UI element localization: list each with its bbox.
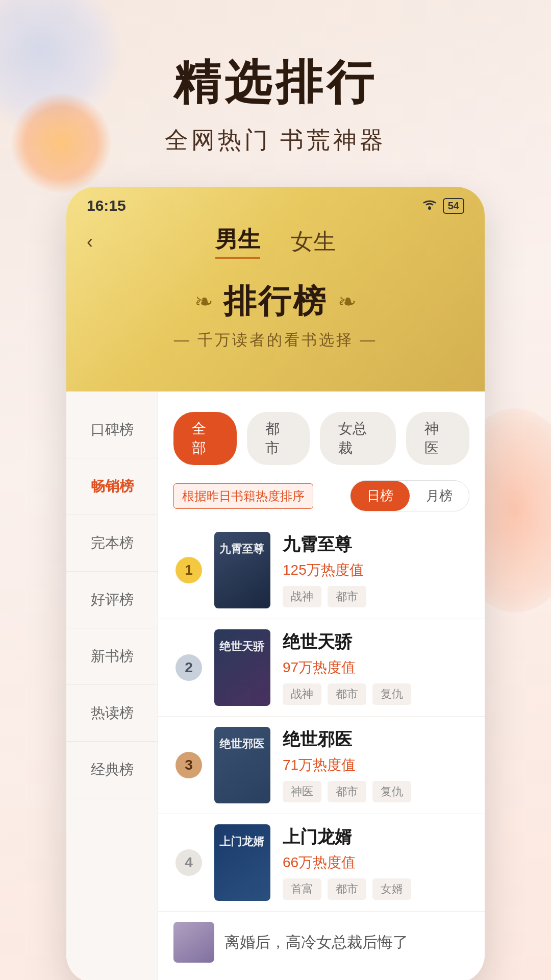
- book-item-3[interactable]: 3 绝世邪医 绝世邪医 71万热度值 神医 都市 复仇: [158, 717, 485, 814]
- book-tags-1: 战神 都市: [283, 586, 469, 607]
- rank-badge-1: 1: [173, 557, 204, 583]
- sort-label: 根据昨日书籍热度排序: [173, 483, 313, 509]
- tag-3-1: 神医: [283, 781, 321, 802]
- tag-4-3: 女婿: [372, 878, 411, 900]
- sidebar-item-complete[interactable]: 完本榜: [66, 515, 158, 572]
- book-title-4: 上门龙婿: [283, 825, 469, 849]
- main-content: 全部 都市 女总裁 神医 根据昨日书籍热度排序 日榜 月榜 1 九霄至尊: [158, 391, 485, 980]
- cover-text-3: 绝世邪医: [214, 727, 270, 762]
- hero-title: 精选排行: [0, 51, 551, 114]
- sidebar-item-bestseller[interactable]: 畅销榜: [66, 458, 158, 515]
- teaser-avatar: [173, 922, 214, 963]
- rank-badge-3: 3: [173, 752, 204, 778]
- tag-2-3: 复仇: [372, 683, 411, 705]
- date-tabs: 日榜 月榜: [350, 480, 469, 511]
- sort-row: 根据昨日书籍热度排序 日榜 月榜: [158, 475, 485, 522]
- tab-female[interactable]: 女生: [291, 227, 336, 257]
- hero-subtitle: 全网热门 书荒神器: [0, 125, 551, 156]
- sidebar-item-classic[interactable]: 经典榜: [66, 742, 158, 798]
- tab-monthly[interactable]: 月榜: [410, 481, 469, 511]
- sidebar-item-hot[interactable]: 热读榜: [66, 685, 158, 742]
- sidebar-item-reputation[interactable]: 口碑榜: [66, 402, 158, 458]
- tag-2-1: 战神: [283, 683, 321, 705]
- svg-point-0: [428, 207, 431, 210]
- bottom-teaser[interactable]: 离婚后，高冷女总裁后悔了: [158, 912, 485, 973]
- hero-section: 精选排行 全网热门 书荒神器: [0, 0, 551, 187]
- sidebar-item-rating[interactable]: 好评榜: [66, 572, 158, 628]
- chip-city[interactable]: 都市: [247, 412, 310, 465]
- book-item-4[interactable]: 4 上门龙婿 上门龙婿 66万热度值 首富 都市 女婿: [158, 814, 485, 912]
- teaser-text: 离婚后，高冷女总裁后悔了: [224, 932, 408, 953]
- medal-silver: 2: [176, 654, 202, 681]
- book-tags-4: 首富 都市 女婿: [283, 878, 469, 900]
- ranking-banner: ❧ 排行榜 ❧ — 千万读者的看书选择 —: [66, 264, 485, 371]
- chip-female-ceo[interactable]: 女总裁: [320, 412, 396, 465]
- book-info-2: 绝世天骄 97万热度值 战神 都市 复仇: [283, 630, 469, 705]
- medal-bronze: 3: [176, 752, 202, 778]
- ranking-title: 排行榜: [223, 279, 328, 324]
- tag-1-1: 战神: [283, 586, 321, 607]
- laurel-right-icon: ❧: [338, 288, 357, 314]
- phone-header: 16:15 54 ‹ 男生 女生: [66, 187, 485, 391]
- cover-text-2: 绝世天骄: [214, 629, 270, 665]
- tag-3-2: 都市: [328, 781, 366, 802]
- book-info-4: 上门龙婿 66万热度值 首富 都市 女婿: [283, 825, 469, 900]
- status-icons: 54: [421, 198, 464, 214]
- book-tags-2: 战神 都市 复仇: [283, 683, 469, 705]
- book-heat-4: 66万热度值: [283, 853, 469, 872]
- nav-tabs: 男生 女生: [215, 225, 336, 259]
- status-bar: 16:15 54: [66, 187, 485, 219]
- chip-doctor[interactable]: 神医: [406, 412, 469, 465]
- rank-number-4: 4: [176, 849, 202, 876]
- book-heat-2: 97万热度值: [283, 658, 469, 677]
- book-cover-2: 绝世天骄: [214, 629, 270, 706]
- book-cover-4: 上门龙婿: [214, 824, 270, 901]
- book-heat-3: 71万热度值: [283, 755, 469, 775]
- tag-4-1: 首富: [283, 878, 321, 900]
- phone-mockup: 16:15 54 ‹ 男生 女生: [66, 187, 485, 980]
- tab-male[interactable]: 男生: [215, 225, 260, 259]
- ranking-subtitle: — 千万读者的看书选择 —: [66, 330, 485, 351]
- wifi-icon: [421, 198, 438, 213]
- rank-badge-4: 4: [173, 849, 204, 876]
- book-heat-1: 125万热度值: [283, 560, 469, 580]
- tag-3-3: 复仇: [372, 781, 411, 802]
- book-info-3: 绝世邪医 71万热度值 神医 都市 复仇: [283, 728, 469, 802]
- back-button[interactable]: ‹: [87, 231, 93, 253]
- tag-2-2: 都市: [328, 683, 366, 705]
- book-item-1[interactable]: 1 九霄至尊 九霄至尊 125万热度值 战神 都市: [158, 522, 485, 619]
- book-title-3: 绝世邪医: [283, 728, 469, 751]
- sidebar-item-new[interactable]: 新书榜: [66, 628, 158, 685]
- medal-gold: 1: [176, 557, 202, 583]
- tab-daily[interactable]: 日榜: [350, 481, 410, 511]
- book-title-1: 九霄至尊: [283, 533, 469, 556]
- book-tags-3: 神医 都市 复仇: [283, 781, 469, 802]
- cover-text-4: 上门龙婿: [214, 824, 270, 860]
- sidebar: 口碑榜 畅销榜 完本榜 好评榜 新书榜 热读榜 经典榜: [66, 391, 158, 980]
- book-title-2: 绝世天骄: [283, 630, 469, 654]
- phone-content: 口碑榜 畅销榜 完本榜 好评榜 新书榜 热读榜 经典榜 全部 都市 女总裁 神医…: [66, 391, 485, 980]
- battery-icon: 54: [443, 198, 464, 214]
- nav-bar: ‹ 男生 女生: [66, 219, 485, 264]
- rank-badge-2: 2: [173, 654, 204, 681]
- chip-all[interactable]: 全部: [173, 412, 237, 465]
- tag-4-2: 都市: [328, 878, 366, 900]
- laurel-left-icon: ❧: [194, 288, 213, 314]
- tag-1-2: 都市: [328, 586, 366, 607]
- book-info-1: 九霄至尊 125万热度值 战神 都市: [283, 533, 469, 607]
- book-item-2[interactable]: 2 绝世天骄 绝世天骄 97万热度值 战神 都市 复仇: [158, 619, 485, 717]
- cover-text-1: 九霄至尊: [214, 532, 270, 567]
- status-time: 16:15: [87, 197, 126, 214]
- filter-row: 全部 都市 女总裁 神医: [158, 402, 485, 475]
- book-cover-3: 绝世邪医: [214, 727, 270, 803]
- ranking-title-row: ❧ 排行榜 ❧: [66, 279, 485, 324]
- book-cover-1: 九霄至尊: [214, 532, 270, 608]
